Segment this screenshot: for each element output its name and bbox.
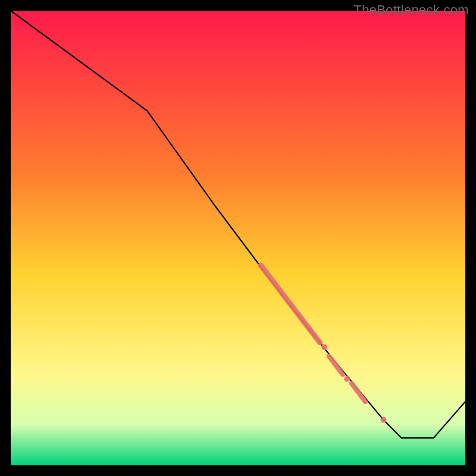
watermark-text: TheBottleneck.com: [354, 2, 469, 18]
highlight-dot: [321, 344, 327, 350]
highlight-dot: [344, 376, 350, 382]
highlight-dot: [380, 417, 386, 423]
bottleneck-chart: [0, 0, 476, 476]
plot-area: [11, 11, 465, 465]
chart-container: TheBottleneck.com: [0, 0, 476, 476]
